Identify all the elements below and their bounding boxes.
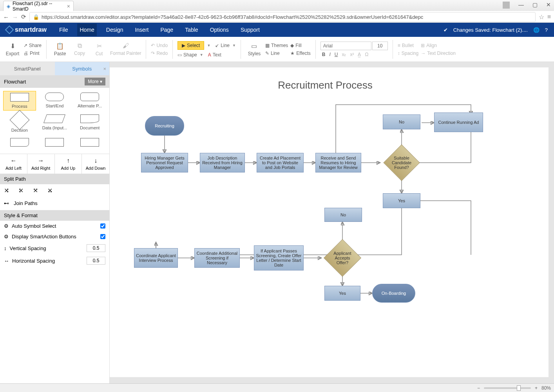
font-size[interactable]: 10 xyxy=(372,42,388,50)
text-tool[interactable]: AText xyxy=(208,52,221,58)
node-interview[interactable]: Coordinate Applicant Interview Process xyxy=(134,248,178,268)
hspacing-input[interactable] xyxy=(87,257,105,265)
shape-tool[interactable]: ▭Shape▼ xyxy=(177,52,203,58)
forward-button[interactable]: → xyxy=(12,14,18,20)
line-tool[interactable]: ↙Line▼ xyxy=(215,43,236,48)
copy-button[interactable]: ⧉Copy xyxy=(71,42,88,56)
menu-home[interactable]: Home xyxy=(77,24,96,36)
split-4[interactable]: ⤩ xyxy=(47,187,53,194)
shape-process[interactable]: Process xyxy=(3,91,36,111)
fill-button[interactable]: ◆Fill xyxy=(290,43,310,48)
font-select[interactable]: Arial xyxy=(320,42,371,50)
canvas[interactable]: Recruitment Process xyxy=(110,67,549,377)
node-accept[interactable]: Applicant Accepts Offer? xyxy=(324,239,361,277)
browser-tab[interactable]: ◈ Flowchart (2).sdr -- SmartD × xyxy=(3,1,74,11)
add-up-button[interactable]: ↑Add Up xyxy=(55,154,82,174)
tab-close-icon[interactable]: × xyxy=(67,3,70,9)
help-icon[interactable]: ? xyxy=(545,27,548,33)
node-resumes[interactable]: Receive and Send Resumes to Hiring Manag… xyxy=(315,153,361,172)
bookmark-icon[interactable]: ☆ xyxy=(539,13,544,21)
superscript-button[interactable]: x² xyxy=(350,52,354,57)
smart-action-checkbox[interactable] xyxy=(100,234,105,239)
cut-button[interactable]: ✂Cut xyxy=(91,42,108,56)
shape-decision[interactable]: Decision xyxy=(3,113,36,134)
node-yes2[interactable]: Yes xyxy=(324,286,360,301)
shape-alternate[interactable]: Alternate P... xyxy=(73,91,106,111)
bullet-button[interactable]: ≡Bullet xyxy=(398,43,418,48)
select-button[interactable]: ▶ Select xyxy=(177,41,204,50)
paste-button[interactable]: 📋Paste xyxy=(51,42,69,56)
print-button[interactable]: 🖨Print xyxy=(24,51,42,56)
maximize-icon[interactable]: ▢ xyxy=(532,2,538,9)
node-screening[interactable]: Coordinate Additional Screening if Neces… xyxy=(194,248,240,268)
shape-document[interactable]: Document xyxy=(73,113,106,134)
vspacing-input[interactable] xyxy=(87,244,105,252)
spacing-button[interactable]: ↕Spacing xyxy=(398,51,418,56)
node-offer[interactable]: If Applicant Passes Screening, Create Of… xyxy=(254,245,304,270)
close-window-icon[interactable]: ✕ xyxy=(546,2,551,9)
effects-button[interactable]: ★Effects xyxy=(290,51,310,56)
more-button[interactable]: More ▾ xyxy=(85,78,105,85)
menu-design[interactable]: Design xyxy=(104,24,126,36)
app-logo[interactable]: smartdraw xyxy=(6,26,47,33)
url-bar[interactable]: 🔒 https://cloud.smartdraw.com/editor.asp… xyxy=(29,12,536,22)
auto-select-checkbox[interactable] xyxy=(100,223,105,229)
tab-smartpanel[interactable]: SmartPanel xyxy=(0,62,55,75)
add-right-button[interactable]: →Add Right xyxy=(27,154,55,174)
zoom-out-button[interactable]: − xyxy=(477,385,480,391)
tab-symbols[interactable]: Symbols × xyxy=(55,62,110,75)
align-button[interactable]: ⊞Align xyxy=(421,43,456,48)
menu-page[interactable]: Page xyxy=(158,24,176,36)
node-yes1[interactable]: Yes xyxy=(383,193,420,208)
format-painter-button[interactable]: 🖌Format Painter xyxy=(110,42,141,56)
join-paths-button[interactable]: ⊷Join Paths xyxy=(0,196,109,210)
browser-menu-icon[interactable]: ≡ xyxy=(547,13,551,20)
font-color-button[interactable]: A̲ xyxy=(358,52,361,57)
shape-extra3[interactable] xyxy=(73,136,106,148)
node-continue[interactable]: Continue Running Ad xyxy=(434,113,483,132)
omega-button[interactable]: Ω xyxy=(365,52,368,57)
reload-button[interactable]: ⟳ xyxy=(21,13,26,20)
text-direction-button[interactable]: →Text Direction xyxy=(421,51,456,56)
node-no2[interactable]: No xyxy=(324,208,362,222)
split-2[interactable]: ⤪ xyxy=(18,187,24,194)
italic-button[interactable]: I xyxy=(329,52,330,57)
node-jobdesc[interactable]: Job Description Received from Hiring Man… xyxy=(200,153,245,172)
bold-button[interactable]: B xyxy=(322,52,326,57)
menu-support[interactable]: Support xyxy=(238,24,262,36)
export-button[interactable]: ⬇Export xyxy=(4,42,21,56)
zoom-in-button[interactable]: + xyxy=(535,385,538,391)
styles-button[interactable]: ▭Styles xyxy=(246,42,263,56)
menu-options[interactable]: Options xyxy=(208,24,231,36)
subscript-button[interactable]: x₂ xyxy=(342,52,346,57)
select-dropdown[interactable]: ▼ xyxy=(207,44,210,47)
line-style-button[interactable]: ✎Line xyxy=(265,51,288,56)
themes-button[interactable]: ▦Themes xyxy=(265,43,288,48)
zoom-slider[interactable] xyxy=(484,387,531,389)
underline-button[interactable]: U xyxy=(335,52,338,57)
add-down-button[interactable]: ↓Add Down xyxy=(82,154,109,174)
shape-extra2[interactable] xyxy=(38,136,71,148)
node-no1[interactable]: No xyxy=(383,114,420,129)
shape-extra1[interactable] xyxy=(3,136,36,148)
menu-table[interactable]: Table xyxy=(183,24,200,36)
close-symbols-icon[interactable]: × xyxy=(103,66,106,72)
back-button[interactable]: ← xyxy=(3,14,9,20)
node-recruiting[interactable]: Recruiting xyxy=(145,116,184,136)
redo-button[interactable]: ↷Redo xyxy=(151,51,168,56)
menu-file[interactable]: File xyxy=(57,24,71,36)
node-approval[interactable]: Hiring Manager Gets Personnel Request Ap… xyxy=(141,153,188,172)
undo-button[interactable]: ↶Undo xyxy=(151,43,168,48)
minimize-icon[interactable]: — xyxy=(518,2,524,9)
node-suitable[interactable]: Suitable Candidate Found? xyxy=(383,144,420,181)
menu-insert[interactable]: Insert xyxy=(132,24,151,36)
split-3[interactable]: ⤧ xyxy=(33,187,38,194)
shape-startend[interactable]: Start/End xyxy=(38,91,71,111)
split-1[interactable]: ⤨ xyxy=(4,187,9,194)
add-left-button[interactable]: ←Add Left xyxy=(0,154,27,174)
globe-icon[interactable]: 🌐 xyxy=(533,27,540,33)
node-onboarding[interactable]: On-Boarding xyxy=(372,284,415,303)
node-ad[interactable]: Create Ad Placement to Post on Website a… xyxy=(257,153,304,172)
shape-data[interactable]: Data (Input... xyxy=(38,113,71,134)
share-button[interactable]: ↗Share xyxy=(24,43,42,48)
